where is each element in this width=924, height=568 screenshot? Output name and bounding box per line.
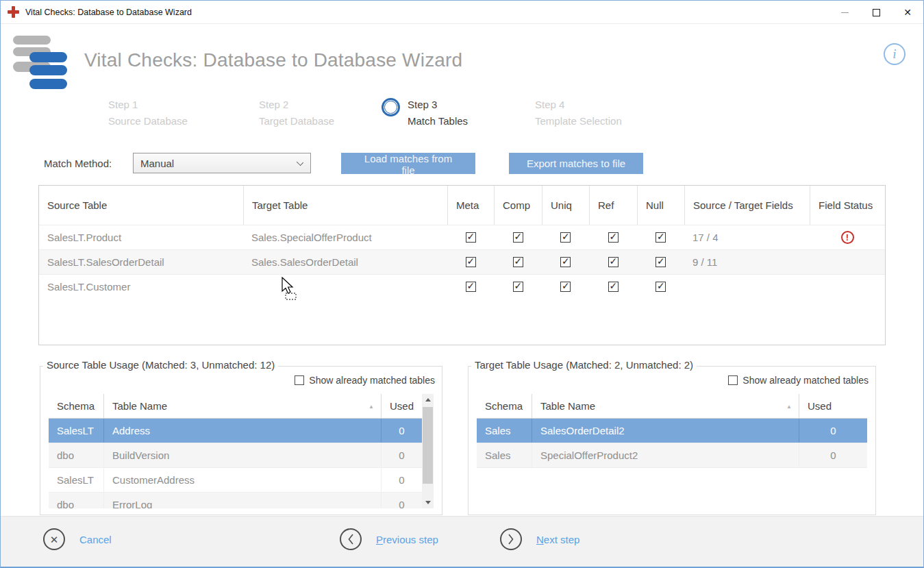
target-usage-header: Schema Table Name ▲ Used [477,394,867,419]
source-usage-panel: Source Table Usage (Matched: 3, Unmatche… [40,366,442,515]
schema-cell: Sales [477,419,532,443]
usage-table-row[interactable]: SalesLT Address 0 [49,419,422,443]
col-schema[interactable]: Schema [477,394,532,418]
source-table-cell: SalesLT.Customer [39,275,243,299]
toolbar: Match Method: Manual Load matches from f… [44,153,923,173]
next-step-label: Next step [536,534,579,545]
check-icon[interactable] [608,257,619,267]
match-table-header: Source Table Target Table Meta Comp Uniq… [39,186,885,225]
check-icon[interactable] [466,232,476,243]
check-icon[interactable] [513,257,523,267]
match-table: Source Table Target Table Meta Comp Uniq… [38,185,886,345]
col-table-name[interactable]: Table Name ▲ [103,394,381,418]
page-title: Vital Checks: Database to Database Wizar… [84,49,462,71]
scroll-up-icon[interactable] [422,394,434,406]
export-matches-button[interactable]: Export matches to file [509,153,643,174]
check-icon[interactable] [466,257,476,267]
cancel-button[interactable]: ✕ Cancel [43,528,112,550]
app-cross-icon [8,6,19,18]
previous-step-button[interactable]: Previous step [340,528,438,550]
source-table-cell: SalesLT.Product [39,225,243,249]
check-icon[interactable] [513,232,523,243]
scroll-thumb[interactable] [423,407,433,484]
used-count-cell: 0 [381,419,422,443]
field-status-cell [810,250,885,274]
usage-table-row[interactable]: dbo ErrorLog 0 [49,493,422,508]
chevron-down-icon [297,159,303,166]
step-3[interactable]: Step 3 Match Tables [382,97,468,129]
info-icon[interactable]: i [884,43,906,65]
step-4[interactable]: Step 4 Template Selection [535,97,622,129]
target-show-matched-checkbox[interactable]: Show already matched tables [728,375,869,386]
schema-cell: dbo [49,493,103,508]
col-uniq: Uniq [542,186,589,225]
sort-ascending-icon: ▲ [786,404,792,410]
schema-cell: SalesLT [49,468,103,492]
close-icon: ✕ [903,8,912,17]
source-usage-header: Schema Table Name ▲ Used [49,394,422,419]
used-count-cell: 0 [381,443,422,467]
col-target-table: Target Table [243,186,447,225]
source-usage-scrollbar[interactable] [422,394,434,508]
next-step-button[interactable]: Next step [500,528,579,550]
used-count-cell: 0 [799,443,867,467]
col-comp: Comp [494,186,542,225]
step-indicator: Step 1 Source Database Step 2 Target Dat… [1,97,923,136]
table-name-cell: Address [103,419,381,443]
usage-table-row[interactable]: dbo BuildVersion 0 [49,443,422,468]
col-used[interactable]: Used [381,394,422,418]
cancel-label: Cancel [79,534,112,545]
schema-cell: Sales [477,443,532,467]
col-used[interactable]: Used [799,394,867,418]
col-field-status: Field Status [810,186,885,225]
close-button[interactable]: ✕ [892,1,923,24]
minimize-button[interactable] [829,1,860,24]
match-table-row[interactable]: SalesLT.SalesOrderDetail Sales.SalesOrde… [39,249,885,274]
match-method-label: Match Method: [44,158,133,169]
load-matches-button[interactable]: Load matches from file [341,153,475,174]
usage-table-row[interactable]: Sales SpecialOfferProduct2 0 [477,443,867,468]
title-bar: Vital Checks: Database to Database Wizar… [1,1,923,24]
fields-count-cell [684,275,810,299]
footer-bar: ✕ Cancel Previous step Next step [1,516,923,567]
check-icon[interactable] [608,232,619,243]
check-icon[interactable] [560,232,571,243]
source-show-matched-checkbox[interactable]: Show already matched tables [295,375,435,386]
col-source-target-fields: Source / Target Fields [684,186,810,225]
match-table-row[interactable]: SalesLT.Product Sales.SpecialOfferProduc… [39,225,885,249]
maximize-button[interactable] [860,1,892,24]
chevron-right-icon [500,528,522,550]
error-status-icon: ! [841,231,854,244]
col-schema[interactable]: Schema [49,394,103,418]
check-icon[interactable] [560,282,571,292]
step-2[interactable]: Step 2 Target Database [259,97,334,129]
check-icon[interactable] [560,257,571,267]
table-name-cell: SalesOrderDetail2 [532,419,799,443]
maximize-icon [873,9,880,16]
match-method-select[interactable]: Manual [133,153,311,173]
check-icon[interactable] [466,282,476,292]
usage-table-row[interactable]: Sales SalesOrderDetail2 0 [477,419,867,443]
table-name-cell: BuildVersion [103,443,381,467]
scroll-down-icon[interactable] [422,497,434,508]
check-icon[interactable] [655,282,666,292]
app-window: Vital Checks: Database to Database Wizar… [0,0,924,568]
usage-table-row[interactable]: SalesLT CustomerAddress 0 [49,468,422,493]
check-icon[interactable] [513,282,523,292]
checkbox-icon [295,375,304,385]
sort-ascending-icon: ▲ [369,404,374,410]
fields-count-cell: 17 / 4 [684,225,810,249]
chevron-left-icon [340,528,362,550]
table-name-cell: SpecialOfferProduct2 [532,443,799,467]
check-icon[interactable] [608,282,619,292]
used-count-cell: 0 [381,493,422,508]
match-table-row[interactable]: SalesLT.Customer [39,274,885,299]
check-icon[interactable] [655,257,666,267]
col-table-name[interactable]: Table Name ▲ [532,394,799,418]
step-1[interactable]: Step 1 Source Database [108,97,188,129]
col-ref: Ref [589,186,637,225]
check-icon[interactable] [655,232,666,243]
table-name-cell: ErrorLog [103,493,381,508]
col-null: Null [637,186,684,225]
source-table-cell: SalesLT.SalesOrderDetail [39,250,243,274]
